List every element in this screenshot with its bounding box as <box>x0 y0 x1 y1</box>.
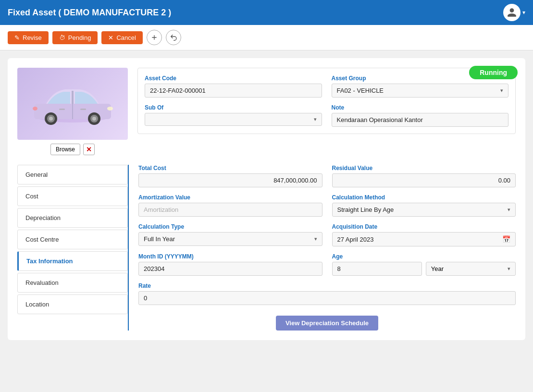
asset-group-value: FA02 - VEHICLE <box>337 87 384 94</box>
acquisition-date-label: Acquisition Date <box>332 223 516 230</box>
total-cost-input[interactable]: 847,000,000.00 <box>138 173 322 187</box>
rate-field: Rate 0 <box>138 282 516 305</box>
calculation-type-select[interactable]: Full In Year ▾ <box>138 232 322 246</box>
month-id-field: Month ID (YYYYMM) 202304 <box>138 253 322 276</box>
amortization-value-input[interactable]: Amortization <box>138 203 322 217</box>
calculation-type-value: Full In Year <box>144 235 175 243</box>
status-badge: Running <box>469 66 518 79</box>
app-header: Fixed Asset ( DEMO MANUFACTURE 2 ) ▾ <box>0 0 533 25</box>
svg-point-8 <box>92 117 96 121</box>
tab-content-area: Total Cost 847,000,000.00 Residual Value… <box>128 165 516 331</box>
calculation-method-caret-icon: ▾ <box>508 207 510 213</box>
sub-of-field: Sub Of ▾ <box>145 104 322 127</box>
rate-label: Rate <box>138 282 516 289</box>
tab-tax-information[interactable]: Tax Information <box>17 251 128 271</box>
tab-revaluation[interactable]: Revaluation <box>17 273 128 293</box>
asset-group-caret-icon: ▾ <box>500 87 503 94</box>
tab-cost[interactable]: Cost <box>17 186 128 206</box>
calculation-method-field: Calculation Method Straight Line By Age … <box>332 194 516 217</box>
asset-fields: Asset Code 22-12-FA02-000001 Asset Group… <box>137 68 516 134</box>
total-cost-label: Total Cost <box>138 165 322 172</box>
sub-of-label: Sub Of <box>145 104 322 111</box>
tab-general[interactable]: General <box>17 165 128 184</box>
pending-label: Pending <box>68 34 91 41</box>
bottom-area: General Cost Depreciation Cost Centre Ta… <box>17 165 516 331</box>
residual-value-label: Residual Value <box>332 165 516 172</box>
asset-code-label: Asset Code <box>145 75 322 82</box>
svg-rect-12 <box>59 109 65 110</box>
asset-image <box>17 68 128 140</box>
tab-cost-centre[interactable]: Cost Centre <box>17 230 128 249</box>
page-title: Fixed Asset ( DEMO MANUFACTURE 2 ) <box>8 8 171 18</box>
back-button[interactable] <box>166 30 181 45</box>
row-amort-method: Amortization Value Amortization Calculat… <box>138 194 516 217</box>
revise-label: Revise <box>23 34 42 41</box>
row-month-age: Month ID (YYYYMM) 202304 Age 8 Year ▾ <box>138 253 516 276</box>
sub-of-caret-icon: ▾ <box>314 116 317 122</box>
row-rate: Rate 0 <box>138 282 516 305</box>
acquisition-date-value: 27 April 2023 <box>337 236 374 243</box>
tab-depreciation[interactable]: Depreciation <box>17 208 128 228</box>
age-unit-caret-icon: ▾ <box>508 266 510 272</box>
browse-row: Browse ✕ <box>50 144 95 155</box>
depreciation-form: Total Cost 847,000,000.00 Residual Value… <box>138 165 516 331</box>
svg-rect-2 <box>72 91 74 104</box>
cancel-icon: ✕ <box>108 34 113 41</box>
schedule-row: View Depreciation Schedule <box>138 312 516 331</box>
tab-location[interactable]: Location <box>17 294 128 314</box>
asset-card: Running <box>8 58 525 340</box>
amortization-value-label: Amortization Value <box>138 194 322 201</box>
tabs-column: General Cost Depreciation Cost Centre Ta… <box>17 165 128 331</box>
toolbar: ✎ Revise ⏱ Pending ✕ Cancel <box>0 25 533 50</box>
note-field: Note Kendaraan Operasional Kantor <box>332 104 509 127</box>
calendar-icon[interactable]: 📅 <box>502 235 510 243</box>
revise-button[interactable]: ✎ Revise <box>8 31 49 44</box>
residual-value-input[interactable]: 0.00 <box>332 173 516 187</box>
car-illustration <box>25 77 121 130</box>
svg-rect-13 <box>80 109 86 110</box>
note-input[interactable]: Kendaraan Operasional Kantor <box>332 113 509 127</box>
age-label: Age <box>332 253 516 260</box>
browse-button[interactable]: Browse <box>50 144 80 155</box>
age-unit-value: Year <box>431 265 444 272</box>
residual-value-field: Residual Value 0.00 <box>332 165 516 187</box>
calculation-type-label: Calculation Type <box>138 223 322 230</box>
calculation-method-select[interactable]: Straight Line By Age ▾ <box>332 203 516 217</box>
age-field: Age 8 Year ▾ <box>332 253 516 276</box>
age-row: 8 Year ▾ <box>332 262 516 276</box>
pending-icon: ⏱ <box>59 34 65 41</box>
asset-code-input[interactable]: 22-12-FA02-000001 <box>145 84 322 98</box>
asset-group-select[interactable]: FA02 - VEHICLE ▾ <box>332 84 509 98</box>
note-label: Note <box>332 104 509 111</box>
month-id-label: Month ID (YYYYMM) <box>138 253 322 260</box>
rate-input[interactable]: 0 <box>138 291 516 305</box>
age-unit-select[interactable]: Year ▾ <box>426 262 516 276</box>
asset-top-section: Browse ✕ Asset Code 22-12-FA02-000001 As… <box>17 68 516 155</box>
age-number-input[interactable]: 8 <box>332 262 422 276</box>
month-id-input[interactable]: 202304 <box>138 262 322 276</box>
cancel-button[interactable]: ✕ Cancel <box>101 31 142 44</box>
user-menu[interactable]: ▾ <box>503 4 525 21</box>
remove-image-button[interactable]: ✕ <box>83 144 95 155</box>
amortization-value-field: Amortization Value Amortization <box>138 194 322 217</box>
avatar <box>503 4 521 21</box>
user-icon <box>507 7 517 18</box>
sub-of-select[interactable]: ▾ <box>145 113 322 126</box>
calculation-type-field: Calculation Type Full In Year ▾ <box>138 223 322 246</box>
calculation-method-label: Calculation Method <box>332 194 516 201</box>
calculation-type-caret-icon: ▾ <box>314 236 317 242</box>
acquisition-date-input[interactable]: 27 April 2023 📅 <box>332 232 516 246</box>
total-cost-field: Total Cost 847,000,000.00 <box>138 165 322 187</box>
pending-button[interactable]: ⏱ Pending <box>52 31 98 44</box>
user-caret-icon: ▾ <box>522 9 525 16</box>
main-content: Running <box>0 50 533 348</box>
svg-point-5 <box>49 117 53 121</box>
back-icon <box>170 34 177 41</box>
view-schedule-button[interactable]: View Depreciation Schedule <box>276 316 378 331</box>
row-cost-residual: Total Cost 847,000,000.00 Residual Value… <box>138 165 516 187</box>
revise-icon: ✎ <box>14 34 20 41</box>
row-calc-type-acq-date: Calculation Type Full In Year ▾ Acquisit… <box>138 223 516 246</box>
calculation-method-value: Straight Line By Age <box>337 206 394 213</box>
plus-icon <box>150 34 158 41</box>
add-button[interactable] <box>147 30 162 45</box>
